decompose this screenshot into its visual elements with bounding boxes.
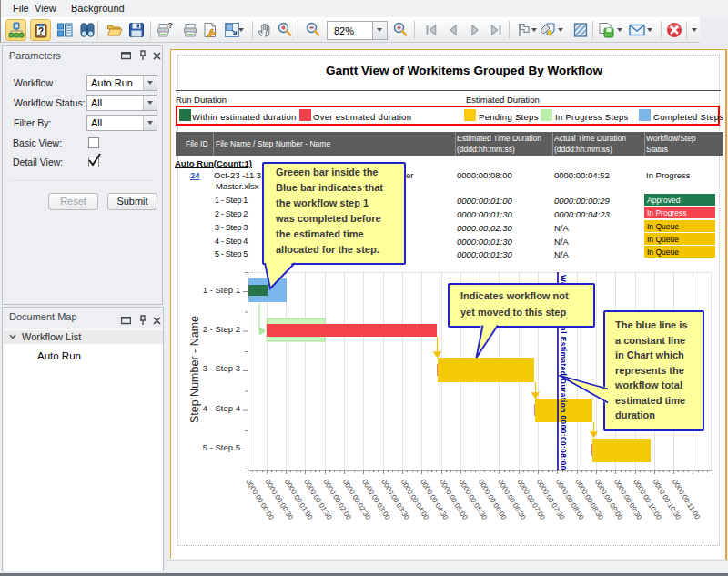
- svg-text:?: ?: [38, 26, 44, 36]
- svg-text:?: ?: [168, 22, 174, 30]
- svg-text:5 - Step 5: 5 - Step 5: [203, 442, 240, 452]
- svg-text:Step Number - Name: Step Number - Name: [188, 316, 201, 423]
- svg-text:3 - Step 3: 3 - Step 3: [203, 363, 240, 373]
- svg-text:4 - Step 4: 4 - Step 4: [203, 403, 240, 413]
- svg-text:2 - Step 2: 2 - Step 2: [203, 324, 240, 334]
- svg-text:1 - Step 1: 1 - Step 1: [203, 285, 240, 295]
